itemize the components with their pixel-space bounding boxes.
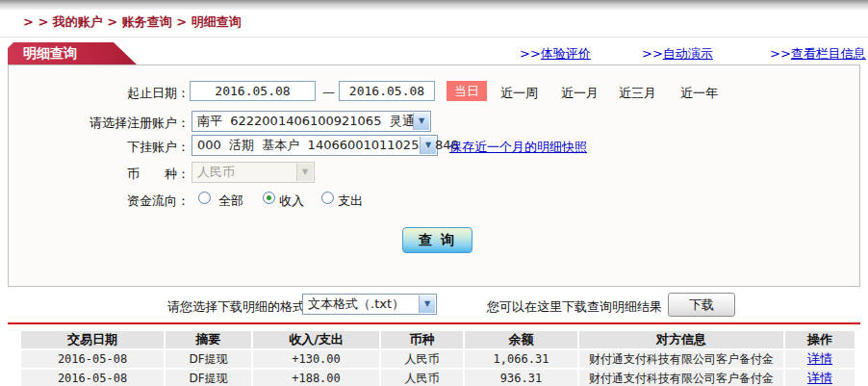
- col-header-balance: 余额: [465, 331, 577, 348]
- radio-expense-label[interactable]: 支出: [338, 193, 363, 210]
- col-header-counterparty: 对方信息: [579, 331, 783, 348]
- download-hint: 您可以在这里下载查询明细结果: [487, 298, 662, 316]
- registered-account-select[interactable]: 南平 6222001406100921065 灵通卡▼: [191, 111, 431, 132]
- save-snapshot-link[interactable]: 保存近一个月的明细快照: [449, 139, 587, 156]
- radio-income-label[interactable]: 收入: [279, 193, 304, 210]
- table-header-row: 交易日期 摘要 收入/支出 币种 余额 对方信息 操作: [21, 331, 855, 348]
- query-button[interactable]: 查 询: [402, 227, 472, 253]
- sub-account-select[interactable]: 000 活期 基本户 1406600101102571848▼: [191, 135, 438, 156]
- table-row: 2016-05-08 DF提现 +188.00 人民币 936.31 财付通支付…: [21, 370, 855, 386]
- page: > > 我的账户 > 账务查询 > 明细查询 明细查询 >>体验评价 >>自动演…: [0, 0, 868, 386]
- radio-all-label[interactable]: 全部: [218, 193, 243, 210]
- radio-all[interactable]: [198, 192, 211, 204]
- sub-account-label: 下挂账户：: [55, 139, 190, 156]
- cell-counterparty: 财付通支付科技有限公司客户备付金: [579, 370, 783, 386]
- breadcrumb: > > 我的账户 > 账务查询 > 明细查询: [23, 13, 242, 31]
- download-format-select[interactable]: 文本格式（.txt）▼: [302, 294, 437, 315]
- chevrons-text: >>: [520, 46, 541, 61]
- currency-label: 币 种：: [55, 166, 190, 183]
- chevrons-text: >>: [642, 46, 663, 61]
- cell-date: 2016-05-08: [21, 370, 164, 386]
- registered-account-value: 南平 6222001406100921065 灵通卡: [197, 114, 427, 128]
- detail-link[interactable]: 详情: [807, 371, 832, 385]
- chevron-down-icon: ▼: [419, 296, 435, 313]
- chevron-down-icon: ▼: [296, 164, 313, 181]
- col-header-summary: 摘要: [166, 331, 251, 348]
- col-header-amount: 收入/支出: [253, 331, 379, 348]
- link-experience-rating[interactable]: >>体验评价: [520, 45, 591, 63]
- radio-expense[interactable]: [321, 192, 334, 204]
- radio-dot: [267, 195, 271, 200]
- download-button[interactable]: 下载: [668, 293, 735, 317]
- date-from-input[interactable]: [190, 81, 316, 101]
- registered-account-label: 请选择注册账户：: [55, 115, 190, 132]
- cell-date: 2016-05-08: [21, 350, 164, 368]
- cell-balance: 936.31: [465, 370, 577, 386]
- detail-link[interactable]: 详情: [807, 351, 832, 366]
- chevron-down-icon: ▼: [413, 113, 429, 130]
- cell-summary: DF提现: [166, 350, 251, 368]
- quick-range-today-badge[interactable]: 当日: [447, 81, 487, 101]
- col-header-date: 交易日期: [21, 331, 164, 348]
- cell-amount: +188.00: [253, 370, 379, 386]
- date-separator: —: [322, 85, 335, 99]
- quick-range-3months[interactable]: 近三月: [619, 85, 656, 102]
- download-format-value: 文本格式（.txt）: [308, 296, 404, 311]
- download-format-label: 请您选择下载明细的格式: [167, 298, 305, 316]
- quick-range-month[interactable]: 近一月: [561, 85, 599, 102]
- cell-balance: 1,066.31: [465, 350, 577, 368]
- breadcrumb-divider: [0, 37, 868, 38]
- chevron-down-icon: ▼: [420, 137, 436, 154]
- currency-select-disabled: 人民币▼: [191, 162, 315, 183]
- currency-value: 人民币: [197, 165, 235, 179]
- link-view-column-info[interactable]: >>查看栏目信息: [770, 45, 866, 63]
- date-range-label: 起止日期：: [55, 85, 190, 102]
- cell-currency: 人民币: [381, 350, 463, 368]
- cell-counterparty: 财付通支付科技有限公司客户备付金: [579, 350, 783, 368]
- cell-summary: DF提现: [166, 370, 251, 386]
- quick-range-week[interactable]: 近一周: [500, 85, 538, 102]
- link-auto-demo[interactable]: >>自动演示: [642, 45, 713, 63]
- tab-detail-query[interactable]: 明细查询: [8, 42, 137, 64]
- red-divider: [8, 322, 860, 324]
- flow-direction-label: 资金流向：: [55, 193, 190, 210]
- chevrons-text: >>: [770, 46, 791, 61]
- top-gradient-bar: [0, 0, 868, 10]
- col-header-action: 操作: [785, 331, 855, 348]
- quick-range-year[interactable]: 近一年: [680, 85, 718, 102]
- radio-income-checked[interactable]: [263, 192, 275, 204]
- results-table: 交易日期 摘要 收入/支出 币种 余额 对方信息 操作 2016-05-08 D…: [19, 329, 856, 386]
- date-to-input[interactable]: [339, 81, 435, 101]
- cell-amount: +130.00: [253, 350, 379, 368]
- cell-currency: 人民币: [381, 370, 463, 386]
- table-row: 2016-05-08 DF提现 +130.00 人民币 1,066.31 财付通…: [21, 350, 855, 368]
- col-header-currency: 币种: [381, 331, 463, 348]
